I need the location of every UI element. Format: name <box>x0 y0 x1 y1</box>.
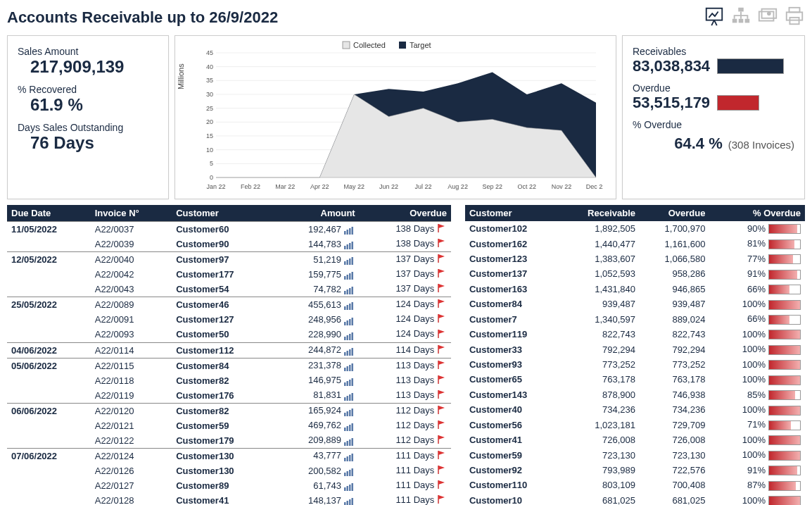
flag-icon <box>437 360 447 372</box>
svg-rect-63 <box>344 291 346 294</box>
customer-table: CustomerReceivableOverdue% Overdue Custo… <box>465 205 805 505</box>
svg-rect-13 <box>399 42 406 49</box>
table-row[interactable]: A22/0122 Customer179 209,889 112 Days <box>7 433 451 449</box>
svg-rect-73 <box>349 319 351 325</box>
table-row[interactable]: A22/0118 Customer82 146,975 113 Days <box>7 373 451 388</box>
col-header[interactable]: Receivable <box>559 205 640 221</box>
table-row[interactable]: Customer163 1,431,840 946,865 66% <box>465 282 805 297</box>
svg-rect-92 <box>346 396 348 401</box>
presentation-icon[interactable] <box>704 6 725 30</box>
bars-icon <box>344 435 355 446</box>
table-row[interactable]: Customer41 726,008 726,008 100% <box>465 432 805 447</box>
table-row[interactable]: 06/06/2022 A22/0120 Customer82 165,924 1… <box>7 403 451 418</box>
table-row[interactable]: Customer123 1,383,607 1,066,580 77% <box>465 251 805 266</box>
table-row[interactable]: Customer84 939,487 939,487 100% <box>465 297 805 311</box>
bars-icon <box>344 285 355 295</box>
table-row[interactable]: Customer92 793,989 722,576 91% <box>465 463 805 478</box>
svg-text:Sep 22: Sep 22 <box>482 183 502 190</box>
svg-rect-103 <box>344 442 346 446</box>
table-row[interactable]: Customer33 792,294 792,294 100% <box>465 342 805 356</box>
col-header[interactable]: Invoice N° <box>91 205 172 222</box>
svg-rect-100 <box>346 426 348 431</box>
svg-rect-79 <box>344 352 346 356</box>
col-header[interactable]: Customer <box>465 205 559 221</box>
table-row[interactable]: A22/0043 Customer54 74,782 137 Days <box>7 282 451 297</box>
print-icon[interactable] <box>784 6 805 30</box>
table-row[interactable]: A22/0121 Customer59 469,762 112 Days <box>7 418 451 433</box>
table-row[interactable]: Customer102 1,892,505 1,700,970 90% <box>465 221 805 236</box>
svg-text:0: 0 <box>210 174 213 181</box>
pct-bar <box>768 496 801 505</box>
recovered-value: 61.9 % <box>18 95 158 115</box>
table-row[interactable]: Customer110 803,109 700,408 87% <box>465 478 805 492</box>
table-row[interactable]: A22/0126 Customer130 200,582 111 Days <box>7 463 451 478</box>
svg-rect-93 <box>349 394 351 401</box>
bars-icon <box>344 300 355 311</box>
pct-bar <box>768 254 801 264</box>
svg-text:5: 5 <box>210 160 213 167</box>
table-row[interactable]: 25/05/2022 A22/0089 Customer46 455,613 1… <box>7 297 451 313</box>
col-header[interactable]: Overdue <box>360 205 451 222</box>
col-header[interactable]: Amount <box>274 205 360 222</box>
svg-rect-60 <box>346 275 348 280</box>
table-row[interactable]: A22/0042 Customer177 159,775 137 Days <box>7 267 451 282</box>
cash-icon[interactable] <box>757 6 778 30</box>
table-row[interactable]: Customer40 734,236 734,236 100% <box>465 402 805 417</box>
svg-rect-89 <box>349 380 351 386</box>
table-row[interactable]: Customer65 763,178 763,178 100% <box>465 372 805 387</box>
table-row[interactable]: Customer162 1,440,477 1,161,600 81% <box>465 236 805 251</box>
svg-rect-106 <box>351 438 353 446</box>
sales-label: Sales Amount <box>18 46 158 57</box>
table-row[interactable]: Customer7 1,340,597 889,024 66% <box>465 312 805 327</box>
table-row[interactable]: A22/0093 Customer50 228,990 124 Days <box>7 327 451 342</box>
table-row[interactable]: Customer119 822,743 822,743 100% <box>465 327 805 342</box>
flag-icon <box>437 389 447 401</box>
table-row[interactable]: A22/0128 Customer41 148,137 111 Days <box>7 493 451 505</box>
table-row[interactable]: 05/06/2022 A22/0115 Customer84 231,378 1… <box>7 358 451 373</box>
svg-rect-110 <box>351 454 353 461</box>
svg-rect-109 <box>349 455 351 461</box>
table-row[interactable]: Customer56 1,023,181 729,709 71% <box>465 417 805 432</box>
table-row[interactable]: 04/06/2022 A22/0114 Customer112 244,872 … <box>7 342 451 358</box>
svg-rect-52 <box>346 244 348 249</box>
hierarchy-icon[interactable] <box>730 6 751 30</box>
svg-text:Apr 22: Apr 22 <box>310 183 329 190</box>
bars-icon <box>344 361 355 371</box>
col-header[interactable]: Customer <box>172 205 274 222</box>
table-row[interactable]: Customer59 723,130 723,130 100% <box>465 447 805 462</box>
col-header[interactable]: % Overdue <box>709 205 805 221</box>
table-row[interactable]: A22/0091 Customer127 248,956 124 Days <box>7 312 451 327</box>
kpi-card-left: Sales Amount 217,909,139 % Recovered 61.… <box>7 35 169 199</box>
page-title: Accounts Receivable up to 26/9/2022 <box>7 8 278 27</box>
svg-rect-99 <box>344 428 346 431</box>
invoice-table: Due DateInvoice N°CustomerAmountOverdue … <box>7 205 451 505</box>
table-row[interactable]: 12/05/2022 A22/0040 Customer97 51,219 13… <box>7 252 451 268</box>
svg-text:10: 10 <box>206 146 213 154</box>
svg-rect-58 <box>351 257 353 265</box>
table-row[interactable]: Customer143 878,900 746,938 85% <box>465 387 805 402</box>
table-row[interactable]: Customer137 1,052,593 958,286 91% <box>465 266 805 281</box>
svg-rect-70 <box>351 302 353 310</box>
table-row[interactable]: 11/05/2022 A22/0037 Customer60 192,467 1… <box>7 222 451 237</box>
receivables-value: 83,038,834 <box>633 57 710 75</box>
bars-icon <box>344 420 355 431</box>
col-header[interactable]: Overdue <box>640 205 709 221</box>
receivables-bar <box>717 58 784 74</box>
svg-text:Target: Target <box>410 41 431 49</box>
svg-text:20: 20 <box>206 118 213 125</box>
table-row[interactable]: A22/0119 Customer176 81,831 113 Days <box>7 388 451 404</box>
svg-text:35: 35 <box>206 77 213 84</box>
svg-rect-57 <box>349 258 351 265</box>
svg-rect-55 <box>344 261 346 265</box>
svg-text:May 22: May 22 <box>344 183 365 190</box>
svg-rect-65 <box>349 288 351 294</box>
table-row[interactable]: 07/06/2022 A22/0124 Customer130 43,777 1… <box>7 448 451 463</box>
pct-bar <box>768 390 801 400</box>
bars-icon <box>344 466 355 477</box>
table-row[interactable]: Customer93 773,252 773,252 100% <box>465 357 805 372</box>
table-row[interactable]: A22/0127 Customer89 61,743 111 Days <box>7 478 451 493</box>
table-row[interactable]: A22/0039 Customer90 144,783 138 Days <box>7 237 451 252</box>
table-row[interactable]: Customer10 681,025 681,025 100% <box>465 493 805 505</box>
pct-bar <box>768 435 801 445</box>
col-header[interactable]: Due Date <box>7 205 91 222</box>
